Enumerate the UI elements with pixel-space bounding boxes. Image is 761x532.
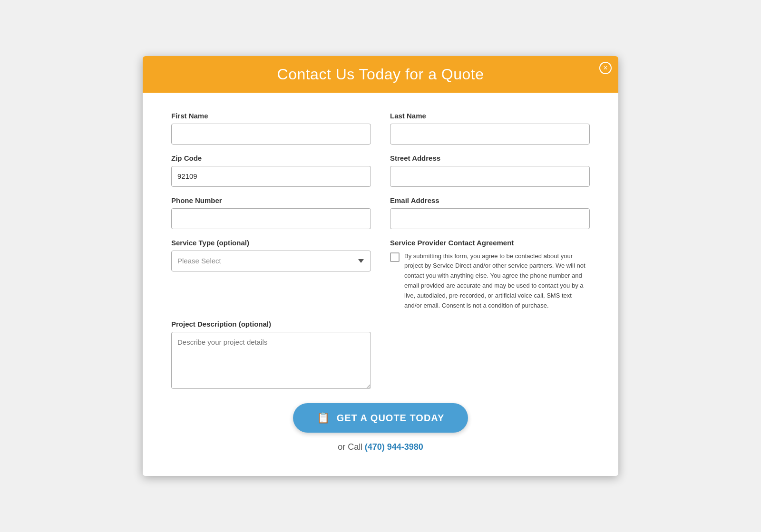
last-name-group: Last Name — [390, 112, 590, 145]
service-agreement-row: Service Type (optional) Please Select Se… — [171, 239, 590, 311]
name-row: First Name Last Name — [171, 112, 590, 145]
street-address-input[interactable] — [390, 166, 590, 187]
email-address-group: Email Address — [390, 196, 590, 229]
service-type-group: Service Type (optional) Please Select — [171, 239, 371, 311]
agreement-checkbox[interactable] — [390, 252, 400, 262]
project-description-group: Project Description (optional) — [171, 320, 371, 389]
quote-icon: 📋 — [317, 412, 330, 424]
service-type-label: Service Type (optional) — [171, 239, 371, 247]
get-quote-button[interactable]: 📋 GET A QUOTE TODAY — [293, 403, 468, 433]
first-name-label: First Name — [171, 112, 371, 120]
form-footer: 📋 GET A QUOTE TODAY or Call (470) 944-39… — [171, 398, 590, 462]
description-row: Project Description (optional) — [171, 320, 590, 389]
phone-number-group: Phone Number — [171, 196, 371, 229]
modal-body: First Name Last Name Zip Code Street Add… — [143, 93, 618, 476]
address-row: Zip Code Street Address — [171, 154, 590, 187]
call-section: or Call (470) 944-3980 — [338, 442, 423, 452]
agreement-content: By submitting this form, you agree to be… — [390, 251, 590, 311]
description-spacer — [390, 320, 590, 389]
phone-number-label: Phone Number — [171, 196, 371, 204]
modal-title: Contact Us Today for a Quote — [162, 66, 599, 83]
project-description-label: Project Description (optional) — [171, 320, 371, 328]
zip-code-label: Zip Code — [171, 154, 371, 162]
modal-header: Contact Us Today for a Quote × — [143, 56, 618, 93]
call-number: (470) 944-3980 — [365, 442, 423, 452]
first-name-input[interactable] — [171, 124, 371, 145]
contact-row: Phone Number Email Address — [171, 196, 590, 229]
last-name-label: Last Name — [390, 112, 590, 120]
email-address-input[interactable] — [390, 208, 590, 229]
agreement-title: Service Provider Contact Agreement — [390, 239, 590, 247]
zip-code-group: Zip Code — [171, 154, 371, 187]
modal-container: Contact Us Today for a Quote × First Nam… — [143, 56, 618, 476]
get-quote-label: GET A QUOTE TODAY — [337, 413, 445, 424]
last-name-input[interactable] — [390, 124, 590, 145]
service-type-select[interactable]: Please Select — [171, 251, 371, 271]
phone-number-input[interactable] — [171, 208, 371, 229]
close-button[interactable]: × — [599, 62, 612, 74]
zip-code-input[interactable] — [171, 166, 371, 187]
street-address-label: Street Address — [390, 154, 590, 162]
first-name-group: First Name — [171, 112, 371, 145]
call-text: or Call — [338, 442, 362, 452]
agreement-text: By submitting this form, you agree to be… — [404, 251, 590, 311]
project-description-input[interactable] — [171, 332, 371, 389]
agreement-section: Service Provider Contact Agreement By su… — [390, 239, 590, 311]
email-address-label: Email Address — [390, 196, 590, 204]
street-address-group: Street Address — [390, 154, 590, 187]
